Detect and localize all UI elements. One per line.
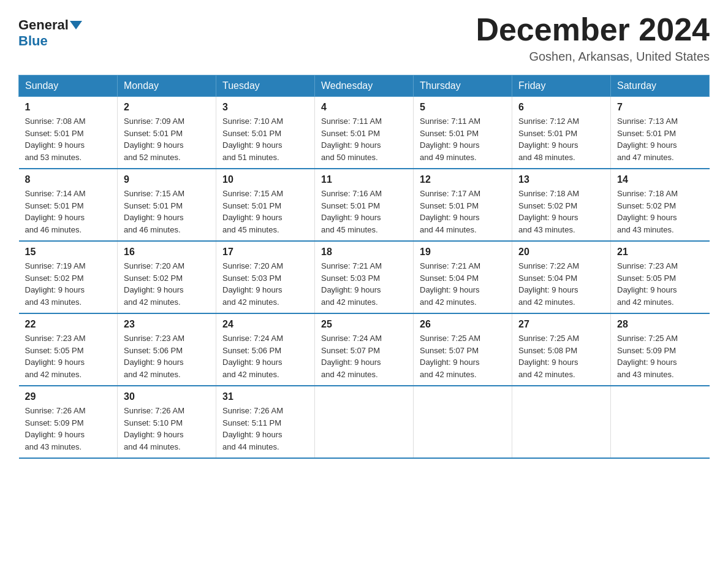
day-info: Sunrise: 7:14 AMSunset: 5:01 PMDaylight:… — [25, 188, 112, 236]
calendar-cell: 8Sunrise: 7:14 AMSunset: 5:01 PMDaylight… — [19, 169, 118, 241]
logo-arrow-icon — [70, 21, 82, 29]
day-number: 13 — [518, 174, 604, 185]
day-number: 7 — [617, 102, 703, 113]
day-info: Sunrise: 7:25 AMSunset: 5:09 PMDaylight:… — [617, 332, 703, 380]
header-day-friday: Friday — [512, 75, 611, 97]
day-number: 27 — [518, 319, 604, 330]
calendar-cell: 20Sunrise: 7:22 AMSunset: 5:04 PMDayligh… — [512, 241, 611, 313]
day-info: Sunrise: 7:23 AMSunset: 5:05 PMDaylight:… — [617, 260, 703, 308]
day-number: 22 — [25, 319, 112, 330]
day-info: Sunrise: 7:25 AMSunset: 5:07 PMDaylight:… — [420, 332, 506, 380]
day-info: Sunrise: 7:20 AMSunset: 5:02 PMDaylight:… — [124, 260, 210, 308]
day-number: 30 — [124, 391, 210, 402]
day-number: 26 — [420, 319, 506, 330]
day-number: 19 — [420, 247, 506, 258]
calendar-cell: 13Sunrise: 7:18 AMSunset: 5:02 PMDayligh… — [512, 169, 611, 241]
day-number: 31 — [222, 391, 308, 402]
header-day-tuesday: Tuesday — [216, 75, 315, 97]
day-number: 18 — [321, 247, 407, 258]
day-number: 12 — [420, 174, 506, 185]
calendar-body: 1Sunrise: 7:08 AMSunset: 5:01 PMDaylight… — [19, 97, 710, 459]
calendar-cell — [512, 386, 611, 458]
day-info: Sunrise: 7:10 AMSunset: 5:01 PMDaylight:… — [222, 115, 308, 163]
day-info: Sunrise: 7:08 AMSunset: 5:01 PMDaylight:… — [25, 115, 112, 163]
calendar-cell: 28Sunrise: 7:25 AMSunset: 5:09 PMDayligh… — [611, 313, 710, 386]
day-info: Sunrise: 7:16 AMSunset: 5:01 PMDaylight:… — [321, 188, 407, 236]
header-day-monday: Monday — [118, 75, 216, 97]
calendar-cell — [414, 386, 512, 458]
calendar-cell: 22Sunrise: 7:23 AMSunset: 5:05 PMDayligh… — [19, 313, 118, 386]
day-info: Sunrise: 7:26 AMSunset: 5:10 PMDaylight:… — [124, 405, 210, 453]
calendar-cell: 5Sunrise: 7:11 AMSunset: 5:01 PMDaylight… — [414, 97, 512, 169]
day-info: Sunrise: 7:23 AMSunset: 5:05 PMDaylight:… — [25, 332, 112, 380]
calendar-cell: 10Sunrise: 7:15 AMSunset: 5:01 PMDayligh… — [216, 169, 315, 241]
day-number: 20 — [518, 247, 604, 258]
calendar-cell: 18Sunrise: 7:21 AMSunset: 5:03 PMDayligh… — [315, 241, 414, 313]
day-info: Sunrise: 7:15 AMSunset: 5:01 PMDaylight:… — [222, 188, 308, 236]
day-number: 21 — [617, 247, 703, 258]
day-info: Sunrise: 7:24 AMSunset: 5:06 PMDaylight:… — [222, 332, 308, 380]
week-row-4: 22Sunrise: 7:23 AMSunset: 5:05 PMDayligh… — [19, 313, 710, 386]
calendar-cell: 7Sunrise: 7:13 AMSunset: 5:01 PMDaylight… — [611, 97, 710, 169]
calendar-cell: 15Sunrise: 7:19 AMSunset: 5:02 PMDayligh… — [19, 241, 118, 313]
day-number: 25 — [321, 319, 407, 330]
header-day-thursday: Thursday — [414, 75, 512, 97]
day-info: Sunrise: 7:13 AMSunset: 5:01 PMDaylight:… — [617, 115, 703, 163]
logo-general-text: General — [18, 17, 69, 33]
day-number: 9 — [124, 174, 210, 185]
day-number: 2 — [124, 102, 210, 113]
day-number: 11 — [321, 174, 407, 185]
day-info: Sunrise: 7:20 AMSunset: 5:03 PMDaylight:… — [222, 260, 308, 308]
calendar-header: SundayMondayTuesdayWednesdayThursdayFrid… — [19, 75, 710, 97]
calendar-cell: 21Sunrise: 7:23 AMSunset: 5:05 PMDayligh… — [611, 241, 710, 313]
day-number: 23 — [124, 319, 210, 330]
day-info: Sunrise: 7:18 AMSunset: 5:02 PMDaylight:… — [617, 188, 703, 236]
day-info: Sunrise: 7:09 AMSunset: 5:01 PMDaylight:… — [124, 115, 210, 163]
day-number: 16 — [124, 247, 210, 258]
day-number: 10 — [222, 174, 308, 185]
day-info: Sunrise: 7:23 AMSunset: 5:06 PMDaylight:… — [124, 332, 210, 380]
day-info: Sunrise: 7:26 AMSunset: 5:11 PMDaylight:… — [222, 405, 308, 453]
day-number: 29 — [25, 391, 112, 402]
calendar-cell: 27Sunrise: 7:25 AMSunset: 5:08 PMDayligh… — [512, 313, 611, 386]
day-info: Sunrise: 7:18 AMSunset: 5:02 PMDaylight:… — [518, 188, 604, 236]
calendar-table: SundayMondayTuesdayWednesdayThursdayFrid… — [18, 75, 710, 459]
month-title: December 2024 — [476, 12, 710, 47]
calendar-cell: 31Sunrise: 7:26 AMSunset: 5:11 PMDayligh… — [216, 386, 315, 458]
calendar-cell: 11Sunrise: 7:16 AMSunset: 5:01 PMDayligh… — [315, 169, 414, 241]
day-info: Sunrise: 7:17 AMSunset: 5:01 PMDaylight:… — [420, 188, 506, 236]
day-number: 5 — [420, 102, 506, 113]
calendar-cell: 16Sunrise: 7:20 AMSunset: 5:02 PMDayligh… — [118, 241, 216, 313]
day-info: Sunrise: 7:21 AMSunset: 5:04 PMDaylight:… — [420, 260, 506, 308]
day-info: Sunrise: 7:24 AMSunset: 5:07 PMDaylight:… — [321, 332, 407, 380]
day-info: Sunrise: 7:11 AMSunset: 5:01 PMDaylight:… — [321, 115, 407, 163]
header-day-saturday: Saturday — [611, 75, 710, 97]
day-info: Sunrise: 7:22 AMSunset: 5:04 PMDaylight:… — [518, 260, 604, 308]
day-info: Sunrise: 7:15 AMSunset: 5:01 PMDaylight:… — [124, 188, 210, 236]
day-number: 1 — [25, 102, 112, 113]
day-number: 3 — [222, 102, 308, 113]
day-number: 14 — [617, 174, 703, 185]
page-header: General Blue December 2024 Goshen, Arkan… — [18, 12, 710, 64]
day-info: Sunrise: 7:25 AMSunset: 5:08 PMDaylight:… — [518, 332, 604, 380]
calendar-cell: 19Sunrise: 7:21 AMSunset: 5:04 PMDayligh… — [414, 241, 512, 313]
header-day-wednesday: Wednesday — [315, 75, 414, 97]
calendar-cell: 6Sunrise: 7:12 AMSunset: 5:01 PMDaylight… — [512, 97, 611, 169]
calendar-cell: 3Sunrise: 7:10 AMSunset: 5:01 PMDaylight… — [216, 97, 315, 169]
calendar-cell: 29Sunrise: 7:26 AMSunset: 5:09 PMDayligh… — [19, 386, 118, 458]
calendar-cell — [611, 386, 710, 458]
calendar-cell: 25Sunrise: 7:24 AMSunset: 5:07 PMDayligh… — [315, 313, 414, 386]
logo: General Blue — [18, 17, 83, 49]
day-info: Sunrise: 7:19 AMSunset: 5:02 PMDaylight:… — [25, 260, 112, 308]
day-number: 28 — [617, 319, 703, 330]
day-info: Sunrise: 7:12 AMSunset: 5:01 PMDaylight:… — [518, 115, 604, 163]
day-number: 17 — [222, 247, 308, 258]
day-number: 6 — [518, 102, 604, 113]
day-info: Sunrise: 7:26 AMSunset: 5:09 PMDaylight:… — [25, 405, 112, 453]
day-number: 15 — [25, 247, 112, 258]
header-row: SundayMondayTuesdayWednesdayThursdayFrid… — [19, 75, 710, 97]
day-number: 24 — [222, 319, 308, 330]
calendar-cell: 14Sunrise: 7:18 AMSunset: 5:02 PMDayligh… — [611, 169, 710, 241]
calendar-cell: 4Sunrise: 7:11 AMSunset: 5:01 PMDaylight… — [315, 97, 414, 169]
calendar-cell: 9Sunrise: 7:15 AMSunset: 5:01 PMDaylight… — [118, 169, 216, 241]
